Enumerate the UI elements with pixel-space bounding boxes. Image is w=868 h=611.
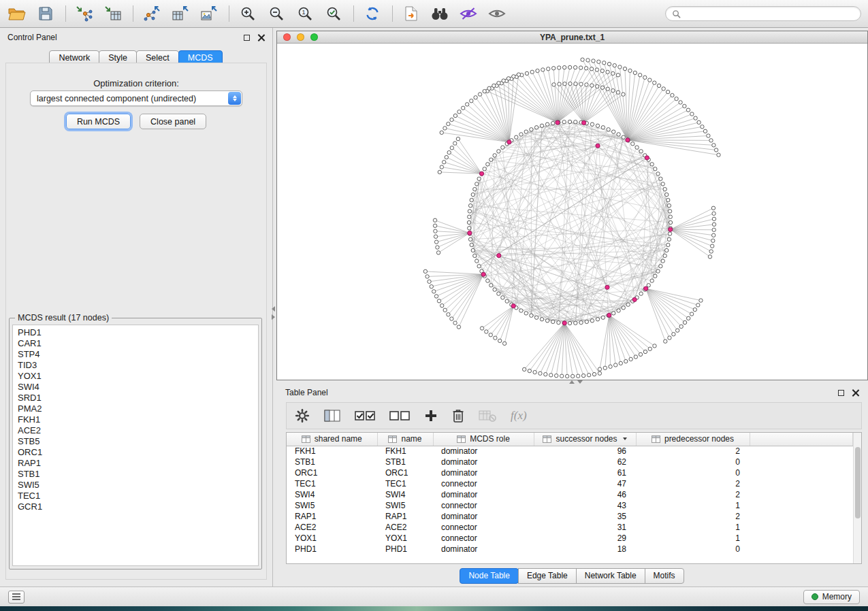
mcds-result-item[interactable]: SWI4 xyxy=(18,382,253,393)
table-settings-button[interactable] xyxy=(295,408,310,423)
cell-shared-name[interactable]: STB1 xyxy=(287,457,377,467)
column-header-predecessor-nodes[interactable]: predecessor nodes xyxy=(636,433,750,446)
float-panel-icon[interactable] xyxy=(244,35,250,41)
column-header-shared-name[interactable]: shared name xyxy=(287,433,377,446)
cell-name[interactable]: YOX1 xyxy=(377,533,433,544)
add-column-button[interactable] xyxy=(424,409,438,423)
cell-successor-nodes[interactable]: 18 xyxy=(534,544,636,555)
deselect-all-button[interactable] xyxy=(389,410,410,422)
table-row[interactable]: YOX1 YOX1 connector 29 1 xyxy=(287,533,853,544)
close-panel-icon[interactable] xyxy=(852,389,859,397)
cell-successor-nodes[interactable]: 62 xyxy=(534,457,636,467)
cell-successor-nodes[interactable]: 46 xyxy=(534,489,636,500)
cell-successor-nodes[interactable]: 35 xyxy=(534,511,636,522)
tab-motifs[interactable]: Motifs xyxy=(645,568,684,584)
select-all-button[interactable] xyxy=(355,410,375,422)
horizontal-splitter-expand-icon[interactable] xyxy=(577,380,583,384)
toolbar-search[interactable] xyxy=(665,6,861,21)
mcds-result-item[interactable]: GCR1 xyxy=(18,501,253,512)
import-network-button[interactable] xyxy=(73,3,96,24)
cell-shared-name[interactable]: PHD1 xyxy=(287,544,377,555)
table-row[interactable]: RAP1 RAP1 dominator 35 2 xyxy=(287,511,853,522)
document-share-button[interactable] xyxy=(400,3,423,24)
close-panel-button[interactable]: Close panel xyxy=(140,114,206,129)
mcds-result-item[interactable]: RAP1 xyxy=(18,458,253,469)
mcds-result-item[interactable]: TID3 xyxy=(18,360,253,371)
cell-mcds-role[interactable]: dominator xyxy=(433,489,534,500)
cell-successor-nodes[interactable]: 47 xyxy=(534,478,636,489)
export-image-button[interactable] xyxy=(197,3,221,24)
preview-button[interactable] xyxy=(485,3,509,24)
cell-mcds-role[interactable]: connector xyxy=(433,522,534,533)
cell-name[interactable]: ACE2 xyxy=(377,522,433,533)
tab-edge-table[interactable]: Edge Table xyxy=(518,568,577,584)
cell-mcds-role[interactable]: dominator xyxy=(433,544,534,555)
cell-shared-name[interactable]: SWI5 xyxy=(287,500,377,511)
cell-mcds-role[interactable]: connector xyxy=(433,478,534,489)
network-graph[interactable] xyxy=(277,44,867,380)
cell-predecessor-nodes[interactable]: 0 xyxy=(636,457,750,467)
cell-mcds-role[interactable]: dominator xyxy=(433,511,534,522)
vertical-splitter-expand-icon[interactable] xyxy=(272,314,275,320)
cell-shared-name[interactable]: SWI4 xyxy=(287,489,377,500)
cell-mcds-role[interactable]: dominator xyxy=(433,467,534,478)
search-input[interactable] xyxy=(684,8,854,19)
delete-column-button[interactable] xyxy=(452,408,464,423)
table-row[interactable]: STB1 STB1 dominator 62 0 xyxy=(287,457,853,467)
mcds-result-item[interactable]: YOX1 xyxy=(18,371,253,382)
cell-predecessor-nodes[interactable]: 2 xyxy=(636,478,750,489)
mcds-result-item[interactable]: CAR1 xyxy=(18,338,253,349)
cell-successor-nodes[interactable]: 43 xyxy=(534,500,636,511)
cell-predecessor-nodes[interactable]: 1 xyxy=(636,522,750,533)
mcds-result-item[interactable]: PHD1 xyxy=(18,327,253,338)
cell-name[interactable]: STB1 xyxy=(377,457,433,467)
vertical-splitter-collapse-icon[interactable] xyxy=(272,306,275,312)
tab-node-table[interactable]: Node Table xyxy=(460,568,519,584)
zoom-in-button[interactable] xyxy=(236,3,259,24)
mcds-result-item[interactable]: FKH1 xyxy=(18,414,253,425)
cell-predecessor-nodes[interactable]: 1 xyxy=(636,500,750,511)
column-header-name[interactable]: name xyxy=(377,433,433,446)
criterion-dropdown[interactable]: largest connected component (undirected) xyxy=(30,90,242,106)
export-table-button[interactable] xyxy=(169,3,192,24)
save-session-button[interactable] xyxy=(34,3,57,24)
export-network-button[interactable] xyxy=(140,3,163,24)
search-network-button[interactable] xyxy=(428,3,451,24)
zoom-fit-button[interactable]: 1 xyxy=(293,3,317,24)
cell-predecessor-nodes[interactable]: 1 xyxy=(636,533,750,544)
table-scrollbar[interactable] xyxy=(853,433,861,563)
mcds-result-item[interactable]: STB5 xyxy=(18,436,253,447)
mcds-result-item[interactable]: ORC1 xyxy=(18,447,253,458)
close-panel-icon[interactable] xyxy=(257,34,265,42)
vizmapper-button[interactable] xyxy=(457,3,480,24)
window-close-icon[interactable] xyxy=(283,33,291,41)
table-row[interactable]: SWI5 SWI5 connector 43 1 xyxy=(287,500,853,511)
cell-name[interactable]: FKH1 xyxy=(377,446,433,457)
mcds-result-item[interactable]: TEC1 xyxy=(18,491,253,501)
mcds-result-list[interactable]: PHD1 CAR1 STP4 TID3 YOX1 SWI4 SRD1 PMA2 … xyxy=(12,325,259,566)
cell-shared-name[interactable]: ORC1 xyxy=(287,467,377,478)
open-session-button[interactable] xyxy=(5,3,29,24)
table-row[interactable]: FKH1 FKH1 dominator 96 2 xyxy=(287,446,853,457)
mcds-result-item[interactable]: SRD1 xyxy=(18,393,253,403)
cell-successor-nodes[interactable]: 96 xyxy=(534,446,636,457)
network-window-titlebar[interactable]: YPA_prune.txt_1 xyxy=(277,31,867,44)
import-table-button[interactable] xyxy=(101,3,125,24)
function-builder-button[interactable]: f(x) xyxy=(511,409,527,423)
tab-network-table[interactable]: Network Table xyxy=(576,568,645,584)
cell-name[interactable]: PHD1 xyxy=(377,544,433,555)
horizontal-splitter-collapse-icon[interactable] xyxy=(569,380,575,384)
cell-name[interactable]: SWI5 xyxy=(377,500,433,511)
column-header-mcds-role[interactable]: MCDS role xyxy=(433,433,534,446)
table-scrollbar-thumb[interactable] xyxy=(855,447,861,518)
cell-mcds-role[interactable]: connector xyxy=(433,500,534,511)
cell-mcds-role[interactable]: dominator xyxy=(433,446,534,457)
cell-shared-name[interactable]: ACE2 xyxy=(287,522,377,533)
cell-name[interactable]: TEC1 xyxy=(377,478,433,489)
network-canvas[interactable] xyxy=(277,44,867,380)
refresh-view-button[interactable] xyxy=(361,3,384,24)
cell-shared-name[interactable]: RAP1 xyxy=(287,511,377,522)
memory-button[interactable]: Memory xyxy=(803,590,860,604)
cell-predecessor-nodes[interactable]: 0 xyxy=(636,544,750,555)
window-zoom-icon[interactable] xyxy=(310,33,318,41)
